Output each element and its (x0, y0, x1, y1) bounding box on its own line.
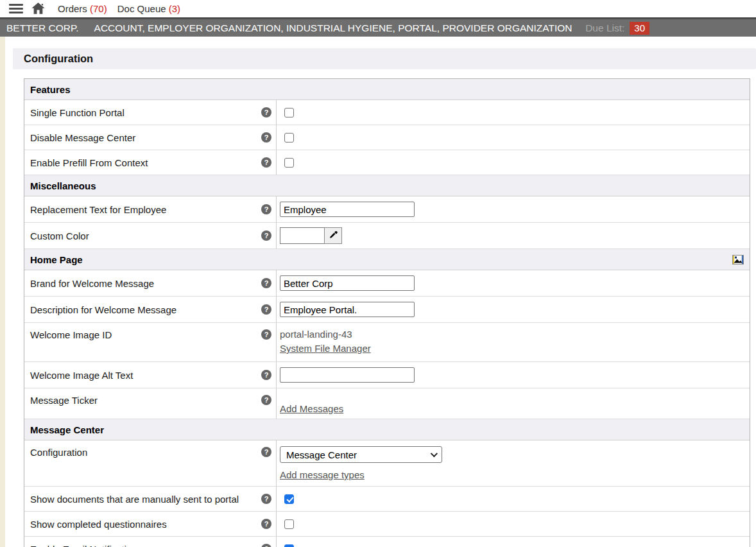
row-label: Welcome Image ID (30, 329, 112, 340)
help-icon[interactable]: ? (261, 107, 271, 117)
chevron-down-icon (431, 450, 438, 457)
section-header-message-center: Message Center (24, 419, 750, 440)
help-icon[interactable]: ? (261, 544, 271, 547)
hamburger-menu-icon[interactable] (9, 4, 23, 13)
row-welcome-image-id: Welcome Image ID ? portal-landing-43 Sys… (24, 323, 750, 362)
company-name: BETTER CORP. (6, 22, 79, 34)
help-icon[interactable]: ? (261, 230, 271, 241)
row-label: Description for Welcome Message (30, 304, 176, 315)
section-header-features: Features (24, 79, 750, 100)
row-show-documents: Show documents that are manually sent to… (24, 487, 750, 512)
doc-queue-count: (3) (169, 3, 180, 14)
orders-label: Orders (58, 3, 87, 14)
top-navigation-bar: Orders (70) Doc Queue (3) (0, 0, 756, 17)
context-bar: BETTER CORP. ACCOUNT, EMPLOYER ORGANIZAT… (0, 17, 756, 37)
help-icon[interactable]: ? (261, 370, 271, 380)
row-message-ticker: Message Ticker ? Add Messages (24, 388, 750, 419)
welcome-image-alt-input[interactable] (280, 367, 415, 383)
row-description-welcome: Description for Welcome Message ? (24, 297, 750, 323)
selected-option: Message Center (286, 449, 357, 460)
add-messages-link[interactable]: Add Messages (280, 403, 343, 414)
help-icon[interactable]: ? (261, 278, 271, 288)
email-notifications-checkbox[interactable] (284, 544, 294, 547)
help-icon[interactable]: ? (261, 395, 271, 405)
page-title: Configuration (24, 53, 93, 65)
help-icon[interactable]: ? (261, 329, 271, 340)
description-welcome-input[interactable] (280, 302, 415, 317)
help-icon[interactable]: ? (261, 447, 271, 457)
single-function-portal-checkbox[interactable] (284, 108, 294, 117)
row-label: Single Function Portal (30, 107, 125, 118)
page-title-bar: Configuration (13, 48, 756, 69)
row-replacement-text: Replacement Text for Employee ? (24, 196, 750, 223)
doc-queue-label: Doc Queue (117, 3, 166, 14)
due-list-count-badge: 30 (630, 22, 649, 35)
help-icon[interactable]: ? (261, 157, 271, 168)
row-label: Replacement Text for Employee (30, 204, 166, 215)
section-title: Message Center (30, 424, 104, 435)
welcome-image-id-value: portal-landing-43 (280, 329, 352, 340)
row-label: Custom Color (30, 230, 89, 241)
section-header-miscellaneous: Miscellaneous (24, 175, 750, 196)
row-label: Enable Email Notifications (30, 544, 142, 547)
help-icon[interactable]: ? (261, 494, 271, 504)
row-label: Welcome Image Alt Text (30, 370, 133, 381)
due-list-link[interactable]: Due List: 30 (585, 22, 649, 35)
row-welcome-image-alt: Welcome Image Alt Text ? (24, 362, 750, 388)
row-disable-message-center: Disable Message Center ? (24, 125, 750, 150)
replacement-text-input[interactable] (280, 202, 415, 217)
row-mc-configuration: Configuration ? Message Center Add messa… (24, 440, 750, 487)
color-picker-button[interactable] (324, 227, 342, 244)
orders-count: (70) (90, 3, 107, 14)
section-header-home-page: Home Page (24, 249, 750, 270)
image-preview-icon[interactable] (732, 255, 744, 265)
mc-configuration-select[interactable]: Message Center (280, 446, 442, 463)
help-icon[interactable]: ? (261, 304, 271, 315)
left-edge-strip (0, 37, 5, 547)
row-single-function-portal: Single Function Portal ? (24, 100, 750, 125)
row-label: Message Ticker (30, 395, 98, 406)
enable-prefill-checkbox[interactable] (284, 158, 294, 168)
home-icon[interactable] (31, 3, 45, 15)
eyedropper-icon (329, 230, 338, 241)
system-file-manager-link[interactable]: System File Manager (280, 343, 371, 354)
disable-message-center-checkbox[interactable] (284, 133, 294, 143)
row-label: Show documents that are manually sent to… (30, 494, 239, 505)
custom-color-input[interactable] (280, 227, 325, 244)
help-icon[interactable]: ? (261, 204, 271, 214)
help-icon[interactable]: ? (261, 132, 271, 143)
show-documents-checkbox[interactable] (284, 494, 294, 504)
section-title: Miscellaneous (30, 180, 96, 191)
row-label: Show completed questionnaires (30, 519, 167, 530)
section-title: Features (30, 84, 71, 95)
row-label: Brand for Welcome Message (30, 278, 154, 289)
doc-queue-link[interactable]: Doc Queue (3) (117, 3, 180, 14)
row-custom-color: Custom Color ? (24, 223, 750, 249)
row-show-questionnaires: Show completed questionnaires ? (24, 512, 750, 537)
help-icon[interactable]: ? (261, 519, 271, 529)
due-list-label: Due List: (585, 22, 624, 34)
configuration-table: Features Single Function Portal ? Disabl… (24, 78, 750, 547)
row-enable-prefill: Enable Prefill From Context ? (24, 150, 750, 175)
row-label: Configuration (30, 447, 87, 458)
add-message-types-link[interactable]: Add message types (280, 469, 365, 480)
section-title: Home Page (30, 254, 83, 265)
row-label: Disable Message Center (30, 132, 135, 143)
orders-link[interactable]: Orders (70) (58, 3, 107, 14)
row-brand-welcome: Brand for Welcome Message ? (24, 270, 750, 297)
row-email-notifications: Enable Email Notifications ? (24, 537, 750, 547)
organization-categories: ACCOUNT, EMPLOYER ORGANIZATION, INDUSTRI… (94, 22, 572, 34)
brand-welcome-input[interactable] (280, 275, 415, 291)
row-label: Enable Prefill From Context (30, 157, 148, 168)
show-questionnaires-checkbox[interactable] (284, 519, 294, 529)
